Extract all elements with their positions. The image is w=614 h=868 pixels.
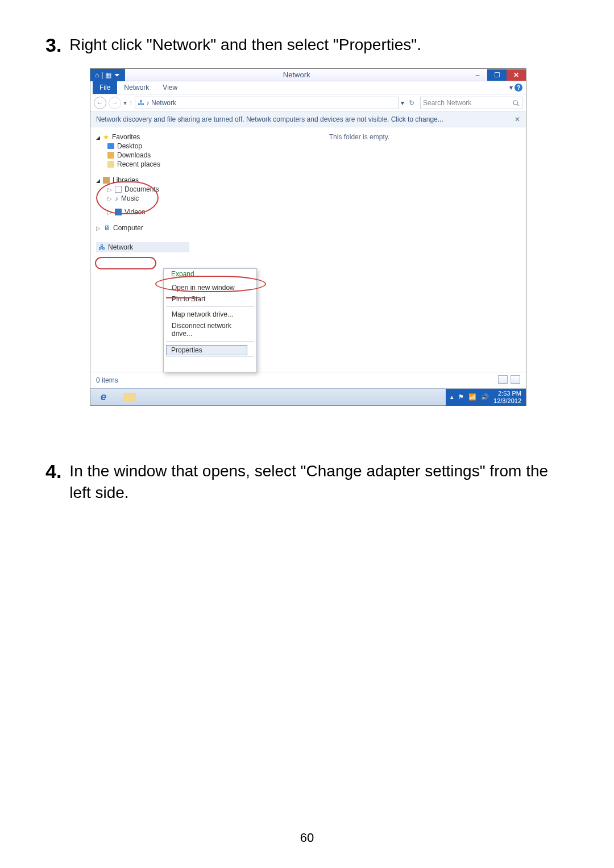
step-3-text: Right click "Network" and then select "P… [69,34,421,56]
favorites-label: Favorites [112,133,140,141]
sidebar-item-music[interactable]: ♪ Music [107,194,189,202]
libraries-icon [103,177,110,184]
svg-point-0 [513,101,517,105]
tab-view[interactable]: View [156,81,184,94]
view-mode-buttons[interactable] [497,375,520,385]
props-icon: ▦ [105,71,111,79]
recent-icon [107,161,114,168]
menu-map-drive[interactable]: Map network drive... [164,309,256,320]
icons-view-icon[interactable] [511,375,520,384]
ribbon-help[interactable]: ▾ ? [509,84,526,92]
up-button[interactable]: ↑ [129,99,132,107]
quick-access-toolbar[interactable]: ⌂ | ▦ ⏷ [90,69,125,81]
titlebar: ⌂ | ▦ ⏷ Network – ☐ ✕ [90,69,526,81]
documents-label: Documents [125,185,159,193]
tray-up-icon[interactable]: ▴ [450,393,454,401]
search-input[interactable]: Search Network [420,97,522,109]
refresh-button[interactable]: ↻ [405,99,418,107]
tray-time: 2:53 PM [493,390,521,397]
sidebar-network[interactable]: 🖧 Network [96,242,189,252]
libraries-label: Libraries [113,176,139,184]
menu-disconnect-drive[interactable]: Disconnect network drive... [164,320,256,339]
videos-label: Videos [125,208,145,216]
sidebar-item-downloads[interactable]: Downloads [107,151,189,159]
menu-separator [166,356,254,357]
downloads-label: Downloads [117,151,151,159]
network-glyph-icon: ⌂ [95,71,99,79]
network-tray-icon[interactable]: 📶 [468,393,476,401]
tab-network[interactable]: Network [117,81,156,94]
crumb-network: Network [151,99,176,107]
history-chevron-icon[interactable]: ▾ [123,99,127,107]
desktop-label: Desktop [117,142,142,150]
discovery-notice[interactable]: Network discovery and file sharing are t… [90,112,526,127]
menu-pin-start[interactable]: Pin to Start [164,293,256,305]
desktop-icon [107,143,114,149]
back-button[interactable]: ← [94,97,106,109]
documents-icon [115,186,122,193]
notice-close-button[interactable]: ✕ [515,115,520,123]
tab-file[interactable]: File [93,81,117,94]
menu-separator [166,306,254,307]
window-title: Network [125,70,468,79]
ribbon-tabs: File Network View ▾ ? [90,81,526,94]
menu-open-new-window[interactable]: Open in new window [164,282,256,293]
context-menu: . Open in new window Pin to Start Map ne… [163,268,257,372]
network-icon: 🖧 [138,99,144,107]
step-3: 3. Right click "Network" and then select… [45,34,569,56]
close-button[interactable]: ✕ [507,69,526,81]
menu-properties[interactable]: Properties [171,346,202,354]
search-placeholder: Search Network [423,99,471,107]
help-icon[interactable]: ? [515,84,522,92]
network-label: Network [108,243,133,251]
forward-button[interactable]: → [109,97,121,109]
window-controls: – ☐ ✕ [468,69,526,81]
downloads-icon [107,152,114,159]
taskbar-explorer[interactable] [117,389,143,406]
sidebar-favorites[interactable]: ★ Favorites [96,133,189,141]
sidebar-item-videos[interactable]: Videos [107,208,189,216]
crumb-chevron-icon[interactable]: ▾ [401,99,404,107]
sidebar-item-documents[interactable]: Documents [107,185,189,193]
maximize-button[interactable]: ☐ [487,69,507,81]
videos-icon [115,209,122,215]
sidebar-computer[interactable]: 🖥 Computer [96,224,189,232]
qat-chevron-icon: ⏷ [114,71,121,79]
details-view-icon[interactable] [498,375,508,384]
qat-sep: | [101,71,103,79]
breadcrumb[interactable]: 🖧 › Network [135,97,399,109]
recent-label: Recent places [117,160,160,168]
sidebar-libraries[interactable]: Libraries [96,176,189,184]
taskbar-ie[interactable]: e [90,389,117,406]
sidebar-item-recent[interactable]: Recent places [107,160,189,168]
music-label: Music [121,194,139,202]
nav-bar: ← → ▾ ↑ 🖧 › Network ▾ ↻ Search Network [90,94,526,112]
tray-clock[interactable]: 2:53 PM 12/3/2012 [493,390,521,404]
explorer-body: ★ Favorites Desktop Downloads Recent pla… [90,127,526,372]
system-tray[interactable]: ▴ ⚑ 📶 🔊 2:53 PM 12/3/2012 [446,389,526,406]
step-3-number: 3. [45,34,61,56]
taskbar: e ▴ ⚑ 📶 🔊 2:53 PM 12/3/2012 [90,388,526,405]
annotation-pin-strike [166,297,200,298]
network-icon: 🖧 [98,243,105,251]
sidebar-item-desktop[interactable]: Desktop [107,142,189,150]
status-bar: 0 items [90,372,526,388]
page-number: 60 [0,830,614,845]
volume-icon[interactable]: 🔊 [481,393,489,401]
menu-separator [166,341,254,342]
minimize-button[interactable]: – [468,69,487,81]
music-icon: ♪ [115,194,118,202]
flag-icon[interactable]: ⚑ [458,393,464,401]
collapse-icon [107,196,112,202]
computer-label: Computer [113,224,143,232]
svg-line-1 [517,104,518,106]
ie-icon: e [101,391,106,403]
search-icon [512,99,520,107]
step-4-text: In the window that opens, select "Change… [69,460,569,504]
folder-icon [123,393,136,402]
status-items: 0 items [96,376,118,384]
notice-text: Network discovery and file sharing are t… [96,115,443,123]
step-4-number: 4. [45,460,61,483]
menu-expand[interactable]: Expand [171,270,194,278]
expand-icon [96,177,100,184]
